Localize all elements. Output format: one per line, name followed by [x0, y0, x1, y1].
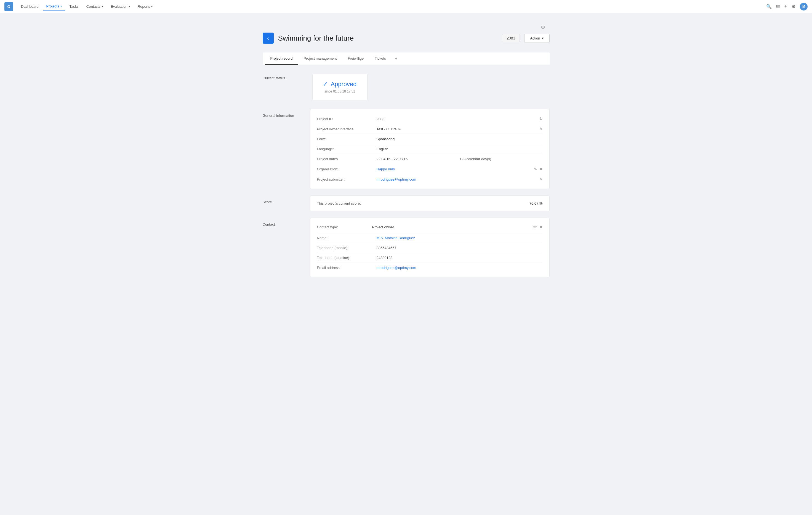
tabs-bar: Project record Project management Freiwi…	[263, 52, 550, 65]
contact-email-row: Email address: mrodriguez@optimy.com	[317, 263, 543, 273]
action-button[interactable]: Action ▾	[524, 34, 549, 43]
score-label: Score	[263, 195, 301, 211]
navbar: O Dashboard Projects ▾ Tasks Contacts ▾ …	[0, 0, 812, 13]
dates-value: 22.04.16 - 22.08.16	[377, 157, 455, 161]
general-info-label: General information	[263, 109, 301, 189]
score-row: This project's current score: 76,67 %	[310, 196, 549, 211]
organisation-value[interactable]: Happy Kids	[377, 167, 529, 171]
remove-org-icon[interactable]: ✕	[540, 167, 543, 171]
main-content: ⚙ ‹ Swimming for the future 2083 Action …	[240, 13, 572, 293]
contact-label: Contact	[263, 218, 301, 277]
settings-icon[interactable]: ⚙	[791, 4, 795, 9]
action-dropdown-arrow: ▾	[542, 36, 544, 40]
contact-name-value[interactable]: M.A. Mafalda Rodriguez	[377, 236, 543, 240]
general-info-section: General information Project ID: 2083 ↻ P…	[263, 109, 550, 189]
approved-text: Approved	[330, 81, 356, 88]
edit-org-icon[interactable]: ✎	[534, 167, 537, 171]
app-logo[interactable]: O	[4, 2, 13, 11]
nav-reports[interactable]: Reports ▾	[134, 3, 156, 10]
status-card: ✓ Approved since 01.08.18 17:51	[312, 74, 368, 100]
owner-interface-value: Test - C. Dreuw	[377, 127, 535, 131]
nav-tasks[interactable]: Tasks	[66, 3, 82, 10]
organisation-actions: ✎ ✕	[534, 167, 543, 171]
contact-name-row: Name: M.A. Mafalda Rodriguez	[317, 233, 543, 243]
tab-tickets[interactable]: Tickets	[369, 52, 392, 65]
approved-status: ✓ Approved	[323, 81, 356, 88]
info-row-dates: Project dates 22.04.16 - 22.08.16 123 ca…	[317, 154, 543, 164]
contact-content: Contact type: Project owner 👁 ✕ Name: M.…	[310, 218, 550, 277]
contact-type-actions: 👁 ✕	[533, 225, 543, 229]
back-button[interactable]: ‹	[263, 33, 274, 44]
reports-dropdown-arrow: ▾	[151, 5, 152, 8]
page-settings-icon[interactable]: ⚙	[541, 24, 545, 30]
user-avatar[interactable]: M	[800, 3, 808, 10]
info-row-organisation: Organisation: Happy Kids ✎ ✕	[317, 164, 543, 174]
project-id-badge: 2083	[502, 34, 520, 42]
submitter-actions: ✎	[540, 177, 543, 182]
tab-project-management[interactable]: Project management	[298, 52, 342, 65]
tab-freiwillige[interactable]: Freiwillige	[342, 52, 369, 65]
general-info-content: Project ID: 2083 ↻ Project owner interfa…	[310, 109, 550, 189]
contact-email-value[interactable]: mrodriguez@optimy.com	[377, 266, 543, 270]
contact-type-label: Contact type:	[317, 225, 372, 229]
contact-landline-value: 24389123	[377, 256, 543, 260]
contact-mobile-value: 8865434567	[377, 246, 543, 250]
current-status-section: Current status ✓ Approved since 01.08.18…	[263, 72, 550, 103]
nav-dashboard[interactable]: Dashboard	[18, 3, 42, 10]
contact-type-row: Contact type: Project owner 👁 ✕	[317, 222, 543, 233]
owner-interface-actions: ✎	[540, 127, 543, 131]
search-icon[interactable]: 🔍	[766, 4, 772, 9]
score-section: Score This project's current score: 76,6…	[263, 195, 550, 211]
project-id-value: 2083	[377, 117, 535, 121]
status-since: since 01.08.18 17:51	[324, 89, 355, 93]
info-row-owner-interface: Project owner interface: Test - C. Dreuw…	[317, 124, 543, 134]
nav-icons: 🔍 ✉ + ⚙ M	[766, 3, 808, 10]
info-row-project-id: Project ID: 2083 ↻	[317, 114, 543, 124]
contact-mobile-row: Telephone (mobile): 8865434567	[317, 243, 543, 253]
contact-landline-row: Telephone (landline): 24389123	[317, 253, 543, 263]
submitter-value[interactable]: mrodriguez@optimy.com	[377, 177, 535, 182]
tab-project-record[interactable]: Project record	[265, 52, 298, 65]
page-title: Swimming for the future	[278, 34, 498, 43]
gear-row: ⚙	[263, 22, 550, 33]
contact-type-value: Project owner	[372, 225, 533, 229]
dates-extra: 123 calendar day(s)	[460, 157, 538, 161]
score-value: 76,67 %	[529, 201, 543, 206]
remove-contact-icon[interactable]: ✕	[540, 225, 543, 229]
inbox-icon[interactable]: ✉	[776, 4, 780, 9]
language-value: English	[377, 147, 538, 151]
nav-projects[interactable]: Projects ▾	[43, 2, 65, 10]
contacts-dropdown-arrow: ▾	[102, 5, 103, 8]
contact-table: Contact type: Project owner 👁 ✕ Name: M.…	[310, 218, 549, 277]
page-header: ‹ Swimming for the future 2083 Action ▾	[263, 33, 550, 44]
edit-submitter-icon[interactable]: ✎	[540, 177, 543, 182]
info-row-submitter: Project submitter: mrodriguez@optimy.com…	[317, 174, 543, 184]
general-info-table: Project ID: 2083 ↻ Project owner interfa…	[310, 109, 549, 189]
check-icon: ✓	[323, 81, 328, 88]
nav-evaluation[interactable]: Evaluation ▾	[107, 3, 133, 10]
edit-owner-icon[interactable]: ✎	[540, 127, 543, 131]
score-content: This project's current score: 76,67 %	[310, 195, 550, 211]
score-description: This project's current score:	[317, 201, 361, 206]
current-status-label: Current status	[263, 72, 301, 103]
refresh-icon[interactable]: ↻	[540, 116, 543, 121]
evaluation-dropdown-arrow: ▾	[128, 5, 130, 8]
contact-section: Contact Contact type: Project owner 👁 ✕ …	[263, 218, 550, 277]
info-row-language: Language: English	[317, 144, 543, 154]
view-contact-icon[interactable]: 👁	[533, 225, 537, 229]
add-tab-button[interactable]: +	[392, 53, 401, 64]
projects-dropdown-arrow: ▾	[60, 5, 62, 8]
info-row-form: Form: Sponsoring	[317, 134, 543, 144]
project-id-actions: ↻	[540, 116, 543, 121]
nav-contacts[interactable]: Contacts ▾	[83, 3, 106, 10]
form-value: Sponsoring	[377, 137, 538, 141]
back-arrow-icon: ‹	[267, 35, 269, 42]
add-icon[interactable]: +	[784, 4, 787, 9]
